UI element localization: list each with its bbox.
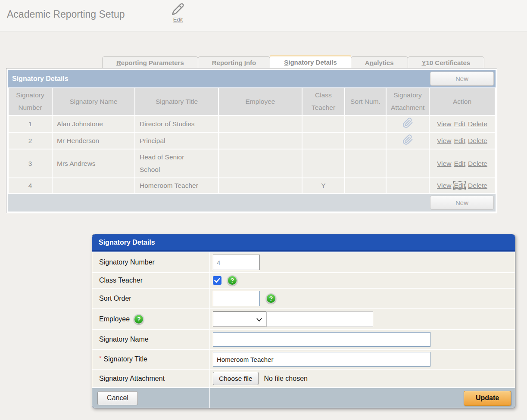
edit-link[interactable]: Edit <box>454 182 465 189</box>
employee-text-input <box>266 311 373 327</box>
form-header: Signatory Details <box>92 234 515 252</box>
col-signatory-number: Signatory Number <box>9 88 52 115</box>
employee-label: Employee <box>99 315 130 323</box>
delete-link[interactable]: Delete <box>468 160 487 167</box>
cell-signatory-number: 3 <box>9 149 52 177</box>
view-link[interactable]: View <box>437 182 451 189</box>
form-row-signatory-number: Signatory Number <box>92 252 515 272</box>
cell-action: ViewEditDelete <box>430 133 495 149</box>
form-row-signatory-attachment: Signatory Attachment Choose file No file… <box>92 370 515 387</box>
edit-link-label: Edit <box>173 16 183 23</box>
col-sort-num: Sort Num. <box>345 88 386 115</box>
panel-footer: New <box>8 194 496 212</box>
col-employee: Employee <box>219 88 302 115</box>
table-row: 3 Mrs Andrews Head of Senior School View… <box>9 149 495 177</box>
sort-order-input[interactable] <box>213 291 260 306</box>
cell-signatory-name: Mr Henderson <box>53 133 134 149</box>
class-teacher-help-icon[interactable]: ? <box>227 275 237 286</box>
paperclip-icon[interactable] <box>402 139 413 146</box>
col-signatory-attachment: Signatory Attachment <box>387 88 429 115</box>
cell-employee <box>219 116 302 132</box>
choose-file-button[interactable]: Choose file <box>213 372 259 385</box>
tab-y10-certificates[interactable]: Y10 Certificates <box>408 56 485 69</box>
edit-link[interactable]: Edit <box>454 160 465 167</box>
cell-sort-num <box>345 116 386 132</box>
delete-link[interactable]: Delete <box>468 137 487 144</box>
cell-employee <box>219 178 302 193</box>
page-title: Academic Reporting Setup <box>7 9 125 20</box>
cell-action: ViewEditDelete <box>430 116 495 132</box>
cell-class-teacher <box>302 133 344 149</box>
cell-signatory-number: 4 <box>9 178 52 193</box>
sort-order-label: Sort Order <box>92 289 209 308</box>
signatory-details-form: Signatory Details Signatory Number Class… <box>92 234 515 408</box>
new-signatory-button-bottom[interactable]: New <box>430 196 494 210</box>
form-row-employee: Employee ? <box>92 309 515 329</box>
cell-action: ViewEditDelete <box>430 178 495 193</box>
cell-signatory-attachment <box>387 116 429 132</box>
form-row-sort-order: Sort Order ? <box>92 289 515 308</box>
class-teacher-checkbox[interactable] <box>213 276 221 285</box>
edit-link[interactable]: Edit <box>454 120 465 128</box>
cell-signatory-title: Head of Senior School <box>135 149 218 177</box>
signatory-name-input[interactable] <box>213 332 430 347</box>
signatory-number-input[interactable] <box>213 255 260 270</box>
form-row-class-teacher: Class Teacher ? <box>92 273 515 288</box>
signatory-title-label: Signatory Title <box>103 355 147 363</box>
paperclip-icon[interactable] <box>402 122 413 130</box>
cell-sort-num <box>345 133 386 149</box>
table-row: 2 Mr Henderson Principal ViewEditDelete <box>9 133 495 149</box>
table-row: 1 Alan Johnstone Director of Studies Vie… <box>9 116 495 132</box>
edit-link[interactable]: Edit <box>454 137 465 144</box>
cell-signatory-name: Mrs Andrews <box>53 149 134 177</box>
signatory-title-input[interactable] <box>213 352 430 367</box>
edit-page-button[interactable]: Edit <box>167 3 189 23</box>
employee-select[interactable] <box>213 311 266 327</box>
cell-signatory-number: 2 <box>9 133 52 149</box>
col-signatory-name: Signatory Name <box>53 88 134 115</box>
cancel-button[interactable]: Cancel <box>97 391 138 405</box>
cell-action: ViewEditDelete <box>430 149 495 177</box>
col-action: Action <box>430 88 495 115</box>
col-signatory-title: Signatory Title <box>135 88 218 115</box>
signatory-number-label: Signatory Number <box>92 252 209 272</box>
employee-help-icon[interactable]: ? <box>134 314 144 324</box>
tab-analytics[interactable]: Analytics <box>351 56 408 69</box>
form-footer: Cancel Update <box>92 388 515 408</box>
new-signatory-button-top[interactable]: New <box>430 72 494 86</box>
delete-link[interactable]: Delete <box>468 120 487 128</box>
cell-signatory-title: Homeroom Teacher <box>135 178 218 193</box>
file-status-text: No file chosen <box>264 375 308 383</box>
signatory-details-panel: Signatory Details New Signatory Number S… <box>6 68 497 213</box>
pencil-icon <box>167 3 189 16</box>
update-button[interactable]: Update <box>464 391 511 406</box>
tab-reporting-parameters[interactable]: Reporting Parameters <box>102 56 198 69</box>
cell-class-teacher: Y <box>302 178 344 193</box>
tab-signatory-details[interactable]: Signatory Details <box>270 55 351 69</box>
cell-sort-num <box>345 178 386 193</box>
col-class-teacher: Class Teacher <box>302 88 344 115</box>
view-link[interactable]: View <box>437 160 451 167</box>
cell-class-teacher <box>302 116 344 132</box>
panel-header: Signatory Details New <box>8 70 496 87</box>
cell-signatory-number: 1 <box>9 116 52 132</box>
cell-employee <box>219 149 302 177</box>
cell-signatory-attachment <box>387 149 429 177</box>
cell-signatory-name: Alan Johnstone <box>53 116 134 132</box>
signatory-attachment-label: Signatory Attachment <box>92 370 209 387</box>
cell-employee <box>219 133 302 149</box>
delete-link[interactable]: Delete <box>468 182 487 189</box>
cell-signatory-name <box>53 178 134 193</box>
sort-order-help-icon[interactable]: ? <box>266 293 276 304</box>
cell-signatory-attachment <box>387 133 429 149</box>
view-link[interactable]: View <box>437 137 451 144</box>
view-link[interactable]: View <box>437 120 451 128</box>
top-header-bar: Academic Reporting Setup Edit <box>0 0 527 31</box>
signatory-table: Signatory Number Signatory Name Signator… <box>8 87 496 194</box>
required-asterisk: * <box>99 355 101 361</box>
table-header-row: Signatory Number Signatory Name Signator… <box>9 88 495 115</box>
table-row: 4 Homeroom Teacher Y ViewEditDelete <box>9 178 495 193</box>
tab-strip: Reporting Parameters Reporting Info Sign… <box>102 55 484 69</box>
cell-signatory-title: Director of Studies <box>135 116 218 132</box>
tab-reporting-info[interactable]: Reporting Info <box>198 56 271 69</box>
